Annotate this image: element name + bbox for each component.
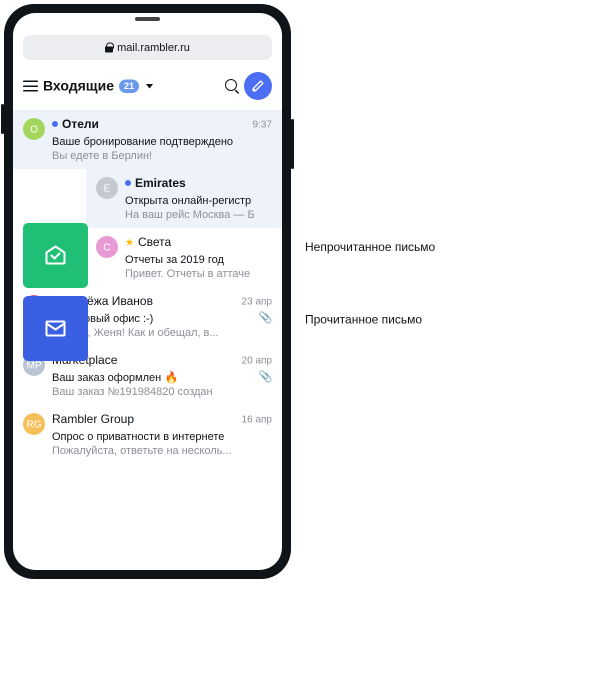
avatar: RG bbox=[23, 413, 45, 435]
chevron-down-icon[interactable] bbox=[146, 84, 153, 88]
swipe-action-mark-read[interactable] bbox=[23, 223, 88, 288]
message-item[interactable]: E Emirates Открыта онлайн-регистр На ваш… bbox=[86, 169, 282, 228]
menu-icon[interactable] bbox=[23, 80, 38, 92]
attachment-icon: 📎 bbox=[258, 370, 272, 383]
unread-dot-icon bbox=[52, 121, 58, 127]
message-sender: Emirates bbox=[135, 176, 186, 190]
attachment-icon: 📎 bbox=[258, 311, 272, 324]
annotation-read: Прочитанное письмо bbox=[305, 312, 422, 326]
phone-frame: mail.rambler.ru Входящие 21 O Отели 9:37… bbox=[4, 4, 291, 579]
message-preview: Привет. Отчеты в аттаче bbox=[125, 267, 272, 280]
message-subject: Ваше бронирование подтверждено bbox=[52, 135, 233, 148]
envelope-icon bbox=[44, 316, 68, 340]
avatar: O bbox=[23, 118, 45, 140]
message-preview: Вы едете в Берлин! bbox=[52, 149, 272, 162]
message-time: 20 апр bbox=[242, 354, 272, 366]
message-preview: Пожалуйста, ответьте на несколь... bbox=[52, 444, 272, 457]
url-text: mail.rambler.ru bbox=[117, 41, 190, 54]
message-time: 9:37 bbox=[252, 118, 272, 130]
message-item[interactable]: C ★ Света Отчеты за 2019 год Привет. Отч… bbox=[86, 228, 282, 287]
phone-notch bbox=[135, 17, 160, 21]
avatar: E bbox=[96, 177, 118, 199]
avatar: C bbox=[96, 236, 118, 258]
message-preview: На ваш рейс Москва — Б bbox=[125, 208, 272, 221]
compose-button[interactable] bbox=[244, 72, 272, 100]
phone-side-button bbox=[1, 104, 4, 134]
envelope-check-icon bbox=[44, 244, 68, 268]
message-time: 23 апр bbox=[242, 296, 272, 307]
annotation-unread: Непрочитанное письмо bbox=[305, 240, 435, 254]
message-content: Rambler Group 16 апр Опрос о приватности… bbox=[52, 412, 272, 457]
search-icon[interactable] bbox=[225, 79, 239, 93]
message-content: Отели 9:37 Ваше бронирование подтвержден… bbox=[52, 117, 272, 162]
message-content: ★ Света Отчеты за 2019 год Привет. Отчет… bbox=[125, 235, 272, 280]
browser-urlbar[interactable]: mail.rambler.ru bbox=[23, 35, 272, 60]
message-sender: Света bbox=[138, 235, 171, 249]
swipe-action-mark-unread[interactable] bbox=[23, 296, 88, 361]
phone-side-button bbox=[291, 119, 294, 169]
message-subject: Открыта онлайн-регистр bbox=[125, 194, 251, 207]
message-subject: Опрос о приватности в интернете bbox=[52, 430, 224, 443]
lock-icon bbox=[105, 42, 113, 52]
message-item[interactable]: O Отели 9:37 Ваше бронирование подтвержд… bbox=[13, 110, 282, 169]
message-time: 16 апр bbox=[242, 414, 272, 425]
message-subject: Отчеты за 2019 год bbox=[125, 253, 224, 266]
message-content: Emirates Открыта онлайн-регистр На ваш р… bbox=[125, 176, 272, 221]
message-sender: Rambler Group bbox=[52, 412, 134, 426]
star-icon: ★ bbox=[125, 236, 134, 248]
unread-dot-icon bbox=[125, 180, 131, 186]
unread-count-badge: 21 bbox=[119, 80, 139, 93]
app-header: Входящие 21 bbox=[13, 67, 282, 110]
screen: mail.rambler.ru Входящие 21 O Отели 9:37… bbox=[13, 13, 282, 570]
message-item[interactable]: RG Rambler Group 16 апр Опрос о приватно… bbox=[13, 405, 282, 464]
pencil-icon bbox=[252, 80, 264, 92]
folder-title: Входящие bbox=[43, 78, 114, 94]
message-preview: Ваш заказ №191984820 создан bbox=[52, 385, 272, 398]
message-sender: Отели bbox=[62, 117, 99, 131]
message-subject: Ваш заказ оформлен 🔥 bbox=[52, 371, 178, 384]
